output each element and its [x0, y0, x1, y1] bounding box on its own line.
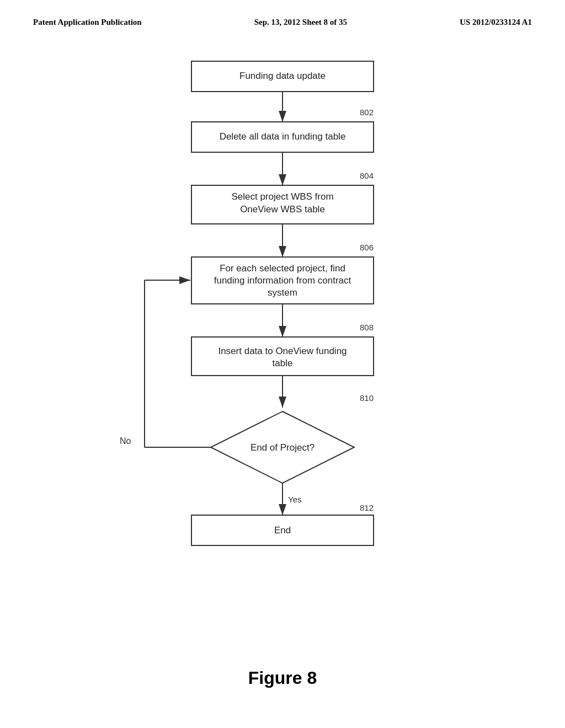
- step-label-810: 810: [360, 393, 374, 403]
- figure-caption-text: Figure 8: [248, 668, 317, 688]
- label-end-of-project: End of Project?: [250, 442, 315, 453]
- label-select-wbs-1: Select project WBS from: [231, 191, 333, 202]
- header-right: US 2012/0233124 A1: [460, 17, 532, 28]
- step-label-806: 806: [360, 243, 374, 252]
- step-label-802: 802: [360, 108, 374, 117]
- label-end: End: [274, 525, 291, 536]
- header-left: Patent Application Publication: [33, 17, 142, 28]
- flowchart-container: Funding data update 802 Delete all data …: [0, 50, 565, 657]
- patent-number-label: US 2012/0233124 A1: [460, 18, 532, 26]
- label-delete-data: Delete all data in funding table: [220, 131, 346, 142]
- header-center: Sep. 13, 2012 Sheet 8 of 35: [254, 17, 347, 28]
- label-select-wbs-2: OneView WBS table: [240, 204, 325, 215]
- label-find-funding-2: funding information from contract: [214, 275, 351, 286]
- publication-label: Patent Application Publication: [33, 18, 142, 26]
- label-insert-data-2: table: [273, 358, 293, 368]
- flowchart-svg: Funding data update 802 Delete all data …: [89, 50, 476, 657]
- yes-label: Yes: [288, 495, 301, 504]
- label-funding-data-update: Funding data update: [239, 71, 326, 81]
- figure-caption: Figure 8: [0, 668, 565, 688]
- date-sheet-label: Sep. 13, 2012 Sheet 8 of 35: [254, 18, 347, 26]
- label-find-funding-1: For each selected project, find: [220, 263, 345, 274]
- label-find-funding-3: system: [268, 287, 297, 298]
- step-label-812: 812: [360, 503, 374, 512]
- page-header: Patent Application Publication Sep. 13, …: [0, 0, 565, 34]
- step-label-808: 808: [360, 323, 374, 332]
- box-insert-data: [191, 337, 374, 376]
- label-insert-data-1: Insert data to OneView funding: [218, 346, 347, 356]
- no-label: No: [120, 436, 131, 446]
- step-label-804: 804: [360, 171, 374, 180]
